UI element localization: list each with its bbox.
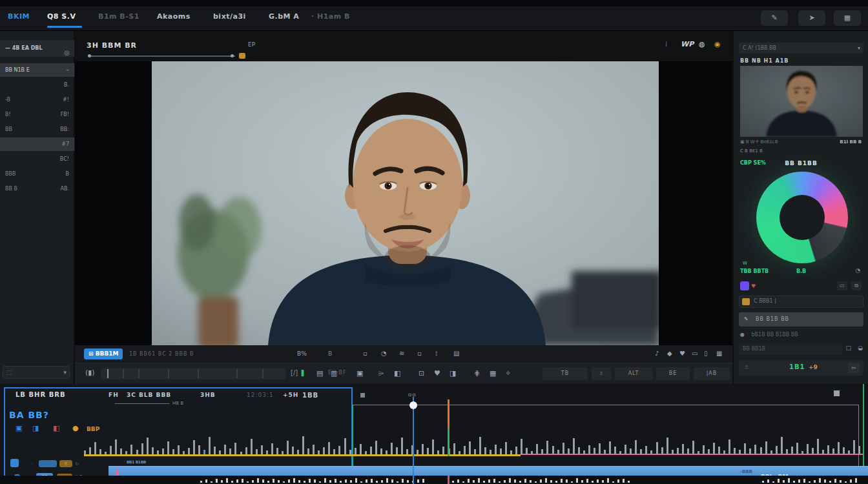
monitor-mid-icon-2[interactable]: ≋ (399, 350, 404, 357)
video-viewer[interactable] (75, 61, 732, 345)
preset-dropdown[interactable]: C A! (1BB BB ▾ (739, 43, 863, 54)
transport-icon-6[interactable]: ⊡ (418, 369, 424, 378)
sidebar-row-7[interactable]: BBBB (0, 167, 74, 181)
circle-icon[interactable]: ◍ (699, 40, 705, 48)
monitor-mid-icon-0[interactable]: ▫ (363, 350, 367, 357)
playhead-handle[interactable] (409, 401, 417, 409)
transport-icon-2[interactable]: ▥ (331, 369, 337, 378)
monitor-zoom-slider[interactable] (88, 55, 235, 57)
timeline-chip-1[interactable]: ◨ (32, 424, 39, 432)
sidebar-row-2[interactable]: -B#! (0, 93, 74, 106)
grid-icon[interactable]: ▦ (834, 10, 861, 26)
transport-icon-5[interactable]: ◧ (394, 369, 400, 378)
tag-field[interactable]: C BBB1 | (739, 296, 863, 308)
slider-knob-right[interactable] (231, 54, 234, 57)
transport-box-2[interactable]: ALT (615, 367, 652, 380)
transport-icon-11[interactable]: ✧ (505, 369, 511, 378)
bottom-audio-track[interactable] (0, 476, 868, 484)
sidebar-header[interactable]: — 4B EA DBL ◎ (0, 40, 74, 57)
track1-flag-icon[interactable] (10, 459, 19, 467)
option-row[interactable]: ● bB1B BB B1BB BB (740, 332, 798, 338)
monitor-mid-icon-5[interactable]: ▤ (453, 350, 459, 357)
square-icon[interactable]: □ (845, 345, 851, 351)
cursor-icon[interactable]: ➤ (798, 10, 825, 26)
timeline-zoom-slider[interactable]: HB B (115, 403, 169, 404)
sidebar-row-6[interactable]: BC! (0, 152, 74, 166)
menu-item-6[interactable]: · H1am B (311, 12, 350, 21)
wp-logo-icon[interactable]: WP (681, 40, 694, 48)
play-lines-icon[interactable]: ⫼ (301, 369, 304, 378)
monitor-mid-icon-1[interactable]: ◔ (381, 350, 387, 357)
monitor-right-icon-0[interactable]: ♪ (655, 350, 659, 357)
timeline-chip-2[interactable]: ◧ (53, 424, 59, 432)
menu-item-5[interactable]: G.bM A (269, 12, 299, 21)
sidebar-footer-box[interactable]: ⬚ ▾ (3, 366, 70, 379)
marker-handle-1[interactable] (360, 393, 365, 398)
timeline-header-e[interactable]: 1BB (302, 392, 318, 399)
menu-item-3[interactable]: Akaoms (157, 12, 191, 21)
mini-scrubber[interactable] (101, 368, 285, 379)
half-circle-icon[interactable]: ◒ (858, 345, 863, 351)
clip-thumbnail[interactable] (740, 66, 863, 137)
refresh-icon[interactable]: ◎ (64, 45, 70, 61)
transport-box-0[interactable]: TB (542, 367, 588, 380)
panel-icon-b[interactable]: ⧉ (851, 281, 862, 290)
menu-item-2[interactable]: B1m B-S1 (98, 12, 140, 21)
transport-box-3[interactable]: BE (656, 367, 690, 380)
menu-item-4[interactable]: bixt/a3i (213, 12, 246, 21)
purple-swatch[interactable] (740, 281, 749, 290)
timeline-chip-0[interactable]: ▣ (16, 424, 22, 432)
timecode-badge[interactable]: ⊞ BBB1M (84, 348, 123, 359)
chevron-down-icon[interactable]: ▾ (63, 367, 67, 378)
timeline-header-d[interactable]: +5H (283, 392, 298, 398)
transport-icon-7[interactable]: ♥ (434, 369, 440, 378)
edit-button[interactable]: ✎ BB B1B BB (739, 312, 863, 327)
transport-icon-4[interactable]: ⌲ (378, 369, 384, 378)
menu-item-0[interactable]: BKIM (8, 12, 30, 21)
transport-icon-8[interactable]: ◨ (450, 369, 456, 378)
timeline-header-b[interactable]: 3C BLB BBB (127, 392, 171, 398)
monitor-mid-icon-4[interactable]: ⟟ (435, 350, 438, 358)
transport-box-4[interactable]: |AB (694, 367, 730, 380)
sidebar-row-0[interactable]: BB N1B E⌁ (0, 63, 74, 77)
info-icon[interactable]: i (665, 40, 667, 48)
color-wheel[interactable] (756, 172, 848, 263)
wheel-reset-icon[interactable]: ◔ (855, 267, 860, 274)
sidebar-row-4[interactable]: BBBB: (0, 123, 74, 136)
monitor-right-icon-2[interactable]: ♥ (679, 350, 685, 357)
timeline-header-a[interactable]: FH (108, 392, 119, 398)
marker-handle-3[interactable] (834, 390, 840, 396)
monitor-mid-icon-3[interactable]: ▫ (417, 350, 422, 357)
monitor-right-icon-1[interactable]: ◆ (667, 350, 672, 357)
slider-knob-left[interactable] (88, 54, 91, 57)
transport-icon-1[interactable]: ▤ (316, 369, 323, 378)
loop-icon[interactable]: (▮) (85, 368, 95, 377)
edit-icon[interactable]: ✎ (761, 10, 788, 26)
record-ring-icon[interactable]: ◉ (714, 40, 721, 48)
menu-item-1[interactable]: Q8 S.V (47, 12, 76, 21)
monitor-right-icon-3[interactable]: ▭ (692, 350, 698, 357)
panel-icon-a[interactable]: ▭ (837, 281, 847, 290)
playhead-line[interactable] (413, 397, 414, 484)
bracket-icon[interactable]: [/] (291, 369, 298, 376)
transport-icon-3[interactable]: ▣ (356, 369, 363, 378)
sidebar-row-5[interactable]: #7 (0, 137, 74, 151)
orange-marker-line[interactable] (448, 399, 450, 428)
track1-clip-chip[interactable] (39, 460, 57, 467)
monitor-right-icon-5[interactable]: ▦ (716, 350, 722, 357)
transport-icon-10[interactable]: ▦ (490, 369, 496, 378)
timeline-chip-3[interactable]: ● (72, 424, 79, 432)
text-field[interactable]: BB BB1B (739, 343, 842, 355)
transport-box-1[interactable]: ٪ (592, 367, 611, 380)
sidebar-row-8[interactable]: BB BAB. (0, 182, 74, 196)
transport-icon-9[interactable]: ⋕ (474, 369, 480, 378)
plusminus-icon[interactable]: ± (744, 363, 749, 370)
timeline-header-c[interactable]: 3HB (200, 392, 216, 398)
monitor-right-icon-4[interactable]: ▯ (704, 350, 708, 357)
sidebar-row-1[interactable]: B. (0, 78, 74, 92)
scissors-icon[interactable]: ✂ (848, 363, 860, 373)
sidebar-row-3[interactable]: B!FB! (0, 108, 74, 121)
zoom-level-label[interactable]: EP (248, 41, 255, 48)
audio-waveform[interactable] (84, 424, 863, 455)
track1-badge[interactable]: ⠿ (59, 460, 72, 467)
